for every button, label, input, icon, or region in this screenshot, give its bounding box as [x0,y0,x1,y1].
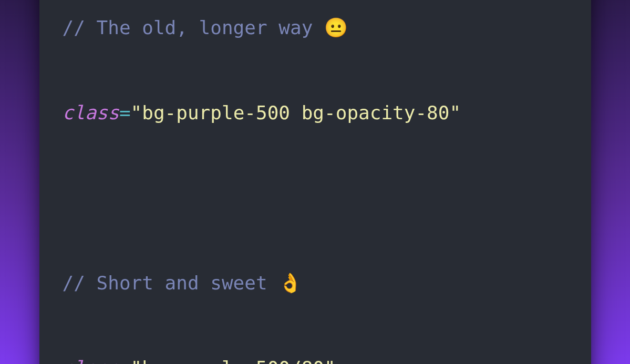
code-line-comment-1: // The old, longer way 😐 [63,14,568,42]
code-snippet-window: Tailwind CSS Opacity Shorthand // The ol… [39,0,591,364]
comment-text: The old, longer way [97,17,324,38]
neutral-face-emoji-icon: 😐 [324,17,348,38]
code-block: // The old, longer way 😐 class="bg-purpl… [39,0,591,364]
string-quote-open: " [131,357,142,365]
operator-token: = [119,357,131,365]
comment-token: // Short and sweet [63,272,279,294]
code-line-shorthand: class="bg-purple-500/80" [63,354,568,365]
keyword-token: class [63,357,119,365]
comment-slashes: // [63,17,97,38]
comment-token: // The old, longer way [63,17,325,38]
code-line-comment-2: // Short and sweet 👌 [63,269,568,297]
operator-token: = [119,102,131,123]
string-quote-open: " [131,102,142,123]
string-quote-close: " [449,102,461,123]
comment-slashes: // [63,272,97,294]
comment-text: Short and sweet [97,272,279,294]
string-quote-close: " [324,357,336,365]
blank-line [63,184,568,212]
string-token: "bg-purple-500 bg-opacity-80" [131,102,461,123]
string-value: bg-purple-500/80 [142,357,324,365]
ok-hand-emoji-icon: 👌 [278,272,302,294]
code-line-old-way: class="bg-purple-500 bg-opacity-80" [63,99,568,127]
keyword-token: class [63,102,119,123]
string-token: "bg-purple-500/80" [131,357,336,365]
string-value: bg-purple-500 bg-opacity-80 [142,102,449,123]
